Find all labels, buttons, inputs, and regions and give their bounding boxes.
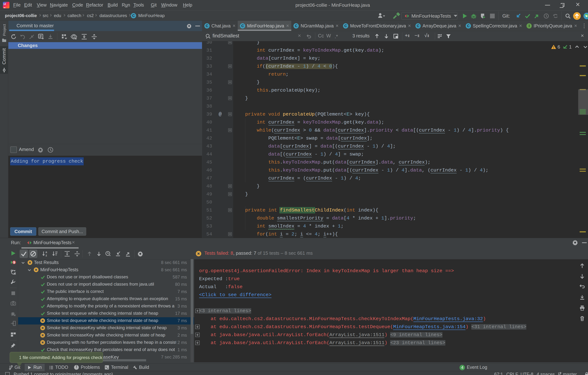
svg-text:z: z	[46, 254, 47, 257]
svg-text:9: 9	[13, 261, 15, 264]
svg-text:a: a	[46, 251, 47, 254]
